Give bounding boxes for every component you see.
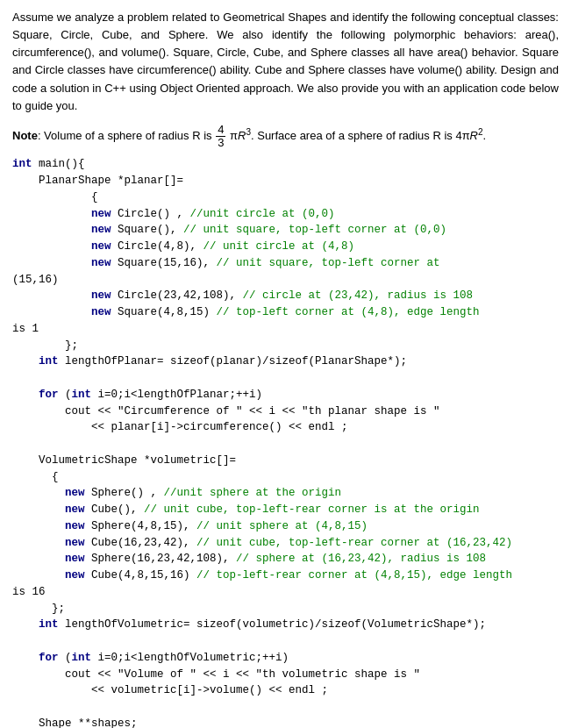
note-line: Note: Volume of a sphere of radius R is … [12, 124, 559, 150]
description-text: Assume we analyze a problem related to G… [12, 9, 559, 115]
fraction-4-3: 4 3 [216, 124, 225, 150]
code-block: int main(){ PlanarShape *planar[]= { new… [12, 156, 559, 728]
